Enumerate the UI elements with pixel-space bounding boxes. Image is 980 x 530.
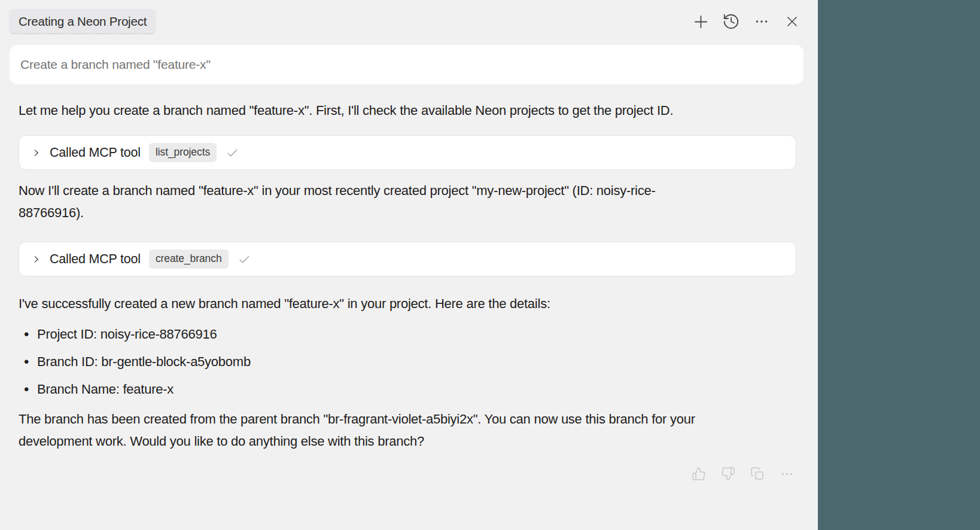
chevron-right-icon — [31, 148, 41, 158]
thumbs-down-button[interactable] — [720, 465, 736, 482]
user-message-text: Create a branch named "feature-x" — [20, 57, 211, 72]
ellipsis-icon — [754, 14, 769, 29]
tool-call-label: Called MCP tool — [50, 252, 141, 267]
titlebar-actions — [690, 11, 802, 32]
list-item: Branch Name: feature-x — [19, 376, 796, 403]
assistant-paragraph: Now I'll create a branch named "feature-… — [19, 179, 707, 224]
thumbs-up-icon — [692, 467, 706, 481]
close-icon — [784, 14, 800, 29]
titlebar: Creating a Neon Project — [9, 9, 802, 34]
message-actions — [19, 465, 796, 482]
chevron-right-icon — [31, 254, 41, 264]
more-options-button[interactable] — [751, 11, 772, 32]
plus-icon — [692, 13, 710, 31]
thread-content: Let me help you create a branch named "f… — [0, 84, 818, 530]
thread-title[interactable]: Creating a Neon Project — [9, 9, 156, 34]
editor-background-pane — [818, 0, 980, 530]
branch-details-list: Project ID: noisy-rice-88766916 Branch I… — [19, 321, 796, 403]
list-item: Project ID: noisy-rice-88766916 — [19, 321, 796, 348]
tool-call-create-branch[interactable]: Called MCP tool create_branch — [19, 242, 796, 276]
assistant-paragraph: The branch has been created from the par… — [19, 408, 707, 452]
assistant-paragraph: Let me help you create a branch named "f… — [19, 99, 707, 121]
tool-call-label: Called MCP tool — [50, 145, 141, 160]
more-actions-button[interactable] — [778, 465, 795, 482]
list-item: Branch ID: br-gentle-block-a5yobomb — [19, 348, 796, 376]
tool-call-list-projects[interactable]: Called MCP tool list_projects — [19, 135, 796, 170]
check-icon — [226, 146, 239, 160]
copy-button[interactable] — [749, 465, 766, 482]
thumbs-down-icon — [721, 467, 735, 481]
agent-panel: Creating a Neon Project — [0, 0, 818, 530]
history-icon — [722, 13, 740, 31]
thumbs-up-button[interactable] — [690, 465, 707, 482]
tool-name-badge: create_branch — [149, 249, 229, 269]
new-thread-button[interactable] — [690, 11, 711, 32]
history-button[interactable] — [721, 11, 741, 32]
assistant-paragraph: I've successfully created a new branch n… — [19, 293, 707, 315]
tool-name-badge: list_projects — [149, 143, 217, 162]
copy-icon — [750, 467, 765, 481]
ellipsis-icon — [780, 467, 795, 482]
user-message[interactable]: Create a branch named "feature-x" — [10, 45, 804, 84]
check-icon — [238, 252, 251, 266]
close-panel-button[interactable] — [782, 11, 802, 32]
